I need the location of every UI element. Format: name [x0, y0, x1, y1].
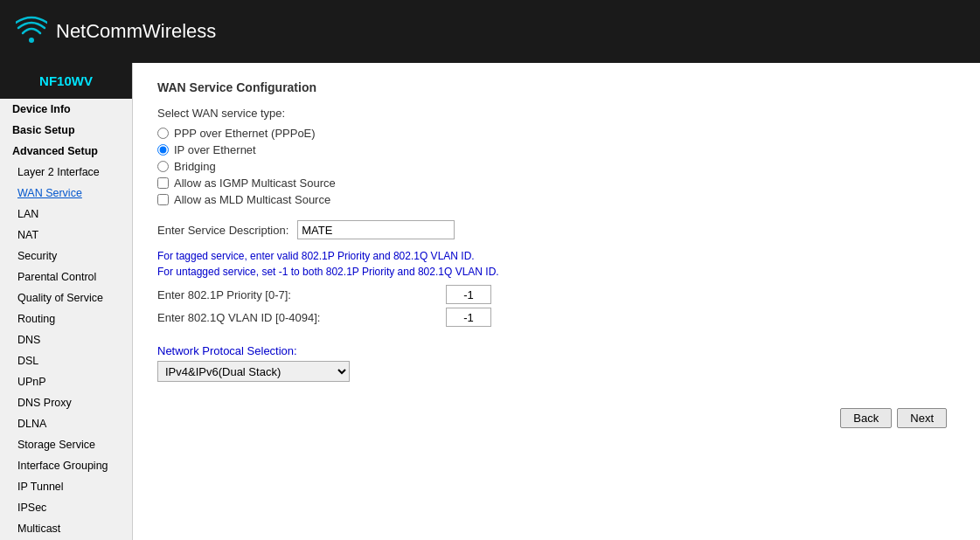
sidebar: NF10WV Device Info Basic Setup Advanced … [0, 63, 133, 540]
radio-pppoe-input[interactable] [157, 128, 169, 139]
checkbox-mld-label: Allow as MLD Multicast Source [174, 193, 330, 206]
sidebar-item-advanced-setup[interactable]: Advanced Setup [0, 141, 132, 162]
sidebar-item-ipsec[interactable]: IPSec [0, 497, 132, 518]
sidebar-item-dsl[interactable]: DSL [0, 350, 132, 371]
radio-bridging-label: Bridging [174, 160, 216, 173]
network-protocol-select[interactable]: IPv4&IPv6(Dual Stack) IPv4 Only IPv6 Onl… [157, 361, 350, 382]
sidebar-item-nat[interactable]: NAT [0, 225, 132, 246]
back-button[interactable]: Back [840, 408, 892, 428]
bottom-buttons: Back Next [157, 408, 956, 428]
radio-pppoe-label: PPP over Ethernet (PPPoE) [174, 127, 316, 140]
radio-ip-ethernet-input[interactable] [157, 144, 169, 156]
checkbox-igmp: Allow as IGMP Multicast Source [157, 177, 956, 190]
sidebar-item-lan[interactable]: LAN [0, 204, 132, 225]
sidebar-item-qos[interactable]: Quality of Service [0, 287, 132, 308]
radio-pppoe: PPP over Ethernet (PPPoE) [157, 127, 956, 140]
sidebar-item-interface-grouping[interactable]: Interface Grouping [0, 455, 132, 476]
checkbox-igmp-input[interactable] [157, 177, 169, 189]
radio-ip-ethernet: IP over Ethernet [157, 143, 956, 156]
sidebar-item-wan-service[interactable]: WAN Service [0, 183, 132, 204]
sidebar-item-device-info[interactable]: Device Info [0, 99, 132, 120]
model-label: NF10WV [0, 63, 132, 99]
checkbox-mld: Allow as MLD Multicast Source [157, 193, 956, 206]
sidebar-item-basic-setup[interactable]: Basic Setup [0, 120, 132, 141]
sidebar-item-parental-control[interactable]: Parental Control [0, 267, 132, 287]
vlan-input[interactable] [446, 308, 491, 327]
content-area: WAN Service Configuration Select WAN ser… [133, 63, 980, 540]
svg-point-0 [29, 38, 34, 43]
main-layout: NF10WV Device Info Basic Setup Advanced … [0, 63, 980, 540]
radio-bridging: Bridging [157, 160, 956, 173]
checkbox-mld-input[interactable] [157, 194, 169, 205]
page-title: WAN Service Configuration [157, 80, 956, 94]
sidebar-item-ip-tunnel[interactable]: IP Tunnel [0, 476, 132, 497]
sidebar-item-routing[interactable]: Routing [0, 308, 132, 329]
sidebar-item-multicast[interactable]: Multicast [0, 518, 132, 539]
network-protocol-section: Network Protocal Selection: IPv4&IPv6(Du… [157, 344, 956, 382]
service-type-label: Select WAN service type: [157, 107, 956, 120]
sidebar-item-layer2[interactable]: Layer 2 Interface [0, 162, 132, 183]
sidebar-item-dlna[interactable]: DLNA [0, 413, 132, 434]
sidebar-item-dns[interactable]: DNS [0, 329, 132, 350]
priority-input[interactable] [446, 285, 491, 304]
logo-icon [16, 16, 47, 48]
sidebar-item-upnp[interactable]: UPnP [0, 371, 132, 392]
priority-row: Enter 802.1P Priority [0-7]: [157, 285, 956, 304]
header: NetCommWireless [0, 0, 980, 63]
sidebar-item-dns-proxy[interactable]: DNS Proxy [0, 392, 132, 413]
info-text: For tagged service, enter valid 802.1P P… [157, 248, 956, 280]
priority-label: Enter 802.1P Priority [0-7]: [157, 288, 437, 301]
sidebar-item-security[interactable]: Security [0, 246, 132, 267]
service-description-label: Enter Service Description: [157, 224, 288, 237]
logo-text: NetCommWireless [56, 20, 216, 43]
next-button[interactable]: Next [897, 408, 947, 428]
sidebar-item-storage-service[interactable]: Storage Service [0, 434, 132, 455]
logo: NetCommWireless [16, 16, 216, 48]
radio-ip-ethernet-label: IP over Ethernet [174, 143, 256, 156]
service-description-input[interactable] [297, 220, 455, 239]
service-description-row: Enter Service Description: [157, 220, 956, 239]
vlan-label: Enter 802.1Q VLAN ID [0-4094]: [157, 311, 437, 324]
vlan-row: Enter 802.1Q VLAN ID [0-4094]: [157, 308, 956, 327]
checkbox-igmp-label: Allow as IGMP Multicast Source [174, 177, 336, 190]
network-protocol-label: Network Protocal Selection: [157, 344, 956, 357]
radio-bridging-input[interactable] [157, 161, 169, 172]
